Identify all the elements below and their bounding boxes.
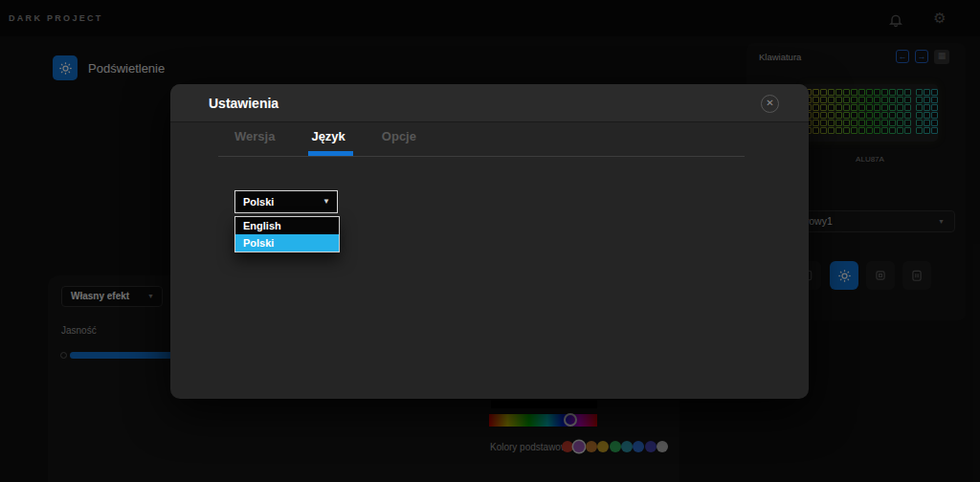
settings-modal-header: Ustawienia ✕ [170, 84, 809, 122]
settings-modal-title: Ustawienia [209, 84, 278, 122]
language-option-english[interactable]: English [235, 217, 339, 234]
tab-opcje[interactable]: Opcje [382, 129, 416, 156]
close-icon[interactable]: ✕ [761, 95, 779, 113]
language-dropdown[interactable]: Polski ▼ [234, 190, 338, 213]
app-window: DARK PROJECT ⚙ Podświetlenie Klawiatura … [0, 0, 980, 482]
language-option-polski[interactable]: Polski [235, 234, 339, 252]
language-options-list: English Polski [234, 216, 340, 252]
tab-jezyk[interactable]: Język [311, 129, 345, 156]
tab-wersja[interactable]: Wersja [234, 129, 275, 156]
language-dropdown-value: Polski [243, 196, 274, 208]
settings-modal: Ustawienia ✕ Wersja Język Opcje Polski ▼… [170, 84, 809, 399]
chevron-down-icon: ▼ [323, 191, 330, 212]
settings-tabs: Wersja Język Opcje [218, 129, 745, 157]
